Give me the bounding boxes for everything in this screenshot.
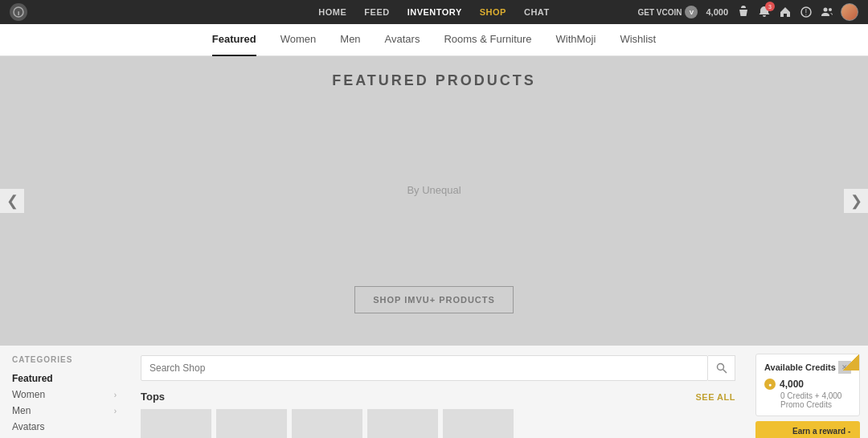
credits-corner-decoration (843, 354, 859, 370)
tab-wishlist[interactable]: Wishlist (620, 24, 656, 56)
shop-imvu-plus-button[interactable]: SHOP IMVU+ PRODUCTS (354, 286, 514, 313)
tab-featured[interactable]: Featured (212, 24, 256, 56)
tab-withmoji[interactable]: WithMoji (556, 24, 596, 56)
reward-text: Earn a reward - Download IMVU Desktop! (792, 426, 854, 438)
category-women[interactable]: Women › (12, 387, 117, 403)
shopping-bag-icon[interactable] (736, 5, 751, 19)
search-button[interactable] (708, 355, 735, 381)
product-card[interactable] (141, 409, 211, 438)
category-featured[interactable]: Featured (12, 370, 117, 387)
hero-prev-button[interactable]: ❮ (0, 189, 24, 213)
search-row (141, 355, 735, 381)
product-card[interactable] (216, 409, 287, 438)
credits-header: Available Credits ✕ (764, 361, 851, 374)
top-nav-right: GET VCOIN V 4,000 3 ! (637, 3, 858, 21)
tops-section-header: Tops SEE ALL (141, 391, 735, 403)
main-nav-links: HOME FEED INVENTORY SHOP CHAT (318, 7, 549, 17)
get-vcoin-label: GET VCOIN (637, 8, 682, 17)
top-navigation: i HOME FEED INVENTORY SHOP CHAT GET VCOI… (0, 0, 868, 24)
nav-icons: 3 ! (736, 3, 858, 21)
chevron-right-icon: › (114, 407, 117, 415)
notifications-icon[interactable]: 3 (757, 5, 772, 19)
bottom-area: CATEGORIES Featured Women › Men › Avatar… (0, 346, 868, 438)
nav-feed[interactable]: FEED (364, 7, 389, 17)
vcoin-icon: V (685, 6, 698, 18)
product-card[interactable] (443, 409, 514, 438)
see-all-tops-button[interactable]: SEE ALL (695, 392, 735, 402)
product-card[interactable] (367, 409, 438, 438)
svg-point-5 (829, 8, 832, 11)
categories-heading: CATEGORIES (12, 355, 117, 364)
app-logo[interactable]: i (10, 3, 27, 21)
svg-text:i: i (18, 10, 19, 17)
product-grid (141, 409, 735, 438)
tab-women[interactable]: Women (280, 24, 317, 56)
nav-shop[interactable]: SHOP (480, 7, 506, 17)
search-input[interactable] (141, 355, 708, 381)
tops-title: Tops (141, 391, 165, 403)
credits-amount-value: 4,000 (780, 379, 804, 390)
coin-icon: ● (764, 379, 776, 390)
nav-inventory[interactable]: INVENTORY (407, 7, 462, 17)
category-rooms-furniture[interactable]: Rooms & Furniture › (12, 435, 117, 438)
credits-box: Available Credits ✕ ● 4,000 0 Credits + … (755, 354, 860, 416)
svg-point-6 (717, 364, 723, 370)
hero-by-text: By Unequal (354, 184, 514, 196)
hero-title: FEATURED PRODUCTS (332, 72, 536, 89)
svg-line-7 (723, 370, 727, 374)
credits-display: 4,000 (706, 7, 728, 17)
hero-section: FEATURED PRODUCTS ❮ ❯ By Unequal SHOP IM… (0, 56, 868, 346)
nav-home[interactable]: HOME (318, 7, 346, 17)
notification-badge: 3 (765, 2, 775, 11)
main-content: Tops SEE ALL (129, 346, 747, 438)
credits-heading: Available Credits (764, 362, 836, 372)
home-icon[interactable] (778, 5, 792, 19)
people-icon[interactable] (820, 5, 834, 19)
search-icon (716, 362, 727, 374)
svg-text:!: ! (805, 8, 808, 17)
svg-point-4 (824, 8, 828, 12)
reward-banner: 🤖 Earn a reward - Download IMVU Desktop!… (755, 421, 860, 438)
categories-sidebar: CATEGORIES Featured Women › Men › Avatar… (0, 346, 129, 438)
get-vcoin-button[interactable]: GET VCOIN V (637, 6, 698, 18)
category-avatars[interactable]: Avatars (12, 419, 117, 435)
tab-men[interactable]: Men (340, 24, 360, 56)
category-men[interactable]: Men › (12, 403, 117, 419)
nav-chat[interactable]: CHAT (524, 7, 550, 17)
secondary-navigation: Featured Women Men Avatars Rooms & Furni… (0, 24, 868, 56)
credits-amount-row: ● 4,000 (764, 379, 851, 390)
credits-panel: Available Credits ✕ ● 4,000 0 Credits + … (747, 346, 868, 438)
user-avatar[interactable] (841, 3, 858, 21)
credits-promo-text: 0 Credits + 4,000 Promo Credits (780, 391, 851, 409)
product-card[interactable] (292, 409, 362, 438)
tab-avatars[interactable]: Avatars (385, 24, 420, 56)
hero-next-button[interactable]: ❯ (844, 189, 868, 213)
tab-rooms-furniture[interactable]: Rooms & Furniture (444, 24, 531, 56)
alert-icon[interactable]: ! (799, 5, 813, 19)
chevron-right-icon: › (114, 391, 117, 399)
